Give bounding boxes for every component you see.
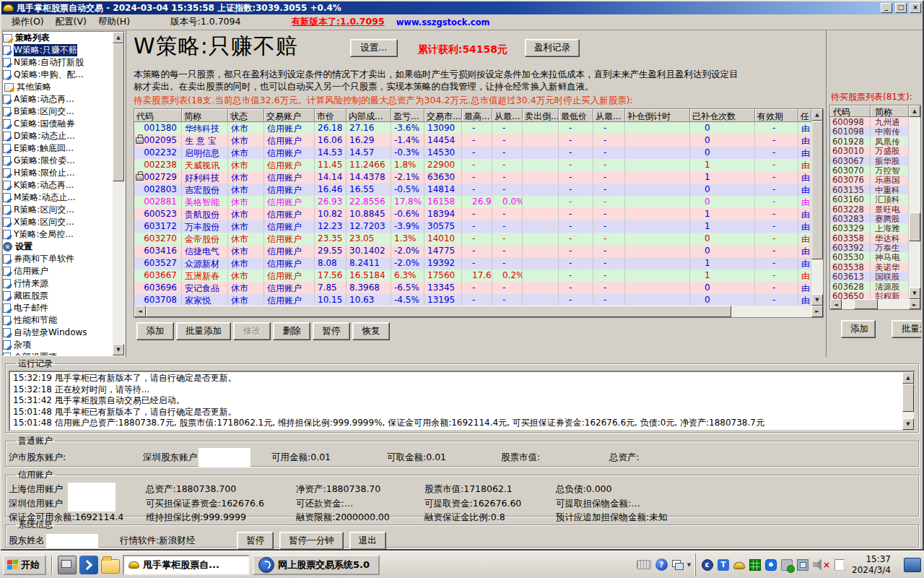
table-row[interactable]: 001380 华纬科技 休市 信用账户 26.18 27.16 -3.6% 13… <box>134 122 811 134</box>
tree-item[interactable]: E策略:触底回... <box>3 142 113 155</box>
scroll-thumb[interactable] <box>146 306 731 317</box>
table-row[interactable]: 603172 万丰股份 休市 信用账户 12.23 12.7203 -3.9% … <box>134 220 811 233</box>
table-row[interactable]: 603527 众源新材 休市 信用账户 8.08 8.2411 -2.0% 19… <box>134 257 811 269</box>
scroll-up-icon[interactable]: ▲ <box>909 105 920 117</box>
list-item[interactable]: 603530 神马电 <box>830 252 909 262</box>
grid-app-tray-icon[interactable] <box>749 559 761 571</box>
column-header[interactable]: 盈亏... <box>391 109 424 122</box>
table-row[interactable]: 603416 信捷电气 休市 信用账户 29.55 30.1402 -2.0% … <box>134 245 811 257</box>
column-header[interactable]: 交易账户 <box>264 109 315 122</box>
remote-access-tray-icon[interactable] <box>765 559 777 571</box>
table-action-button[interactable]: 修改 <box>233 322 271 340</box>
tree-item[interactable]: 性能和节能 <box>3 314 113 327</box>
list-item[interactable]: 603160 汇顶科 <box>830 194 909 204</box>
column-header[interactable]: 代码 <box>134 109 182 122</box>
table-row[interactable]: 002881 美格智能 休市 信用账户 26.93 22.8556 17.8% … <box>134 196 811 208</box>
menu-item[interactable]: 配置(V) <box>50 14 92 30</box>
column-header[interactable]: 任 <box>798 109 811 122</box>
tree-item[interactable]: 券商和下单软件 <box>3 253 113 265</box>
tree-item[interactable]: D策略:动态止... <box>3 130 113 142</box>
pause-one-minute-button[interactable]: 暂停一分钟 <box>279 532 344 550</box>
buy-batch-add-button[interactable]: 批量添加 <box>892 320 921 338</box>
list-item[interactable]: 603067 振华股 <box>830 156 909 165</box>
help-icon[interactable]: ? <box>655 558 668 571</box>
close-icon[interactable]: × <box>910 3 921 13</box>
column-header[interactable]: 市价 <box>315 109 346 122</box>
column-header[interactable]: 从最... <box>593 109 625 122</box>
tree-item[interactable]: 藏匿股票 <box>3 290 113 302</box>
column-header[interactable]: 最低价 <box>559 109 593 122</box>
taskbar-clock[interactable]: 15:37 2024/3/4 <box>852 554 891 576</box>
scroll-down-icon[interactable]: ▼ <box>909 288 920 299</box>
scroll-up-icon[interactable]: ▲ <box>811 109 823 121</box>
list-item[interactable]: 603392 万泰生 <box>830 243 909 252</box>
tree-item[interactable]: 电子邮件 <box>3 302 113 314</box>
list-item[interactable]: 603628 清源股 <box>830 282 909 291</box>
tree-item[interactable]: 自动登录Windows <box>3 327 113 339</box>
menu-item[interactable]: 操作(O) <box>6 14 50 30</box>
table-row[interactable]: 002729 好利科技 休市 信用账户 14.14 14.4378 -2.1% … <box>134 171 811 184</box>
network-tray-icon[interactable] <box>797 559 808 571</box>
scroll-down-icon[interactable]: ▼ <box>113 344 124 355</box>
tree-item[interactable]: 设置 <box>3 241 113 253</box>
buy-vertical-scrollbar[interactable]: ▲ ▼ <box>909 105 920 299</box>
column-header[interactable]: 从最... <box>492 109 523 122</box>
table-action-button[interactable]: 批量添加 <box>176 322 231 340</box>
scroll-thumb[interactable] <box>902 384 914 412</box>
gold-ingot-tray-icon[interactable] <box>733 562 745 569</box>
column-header[interactable]: 交易市... <box>424 109 462 122</box>
show-desktop-icon[interactable] <box>904 558 921 572</box>
scroll-thumb[interactable] <box>113 43 124 181</box>
tree-item[interactable]: 全部设置项 <box>3 351 113 356</box>
scroll-up-icon[interactable]: ▲ <box>113 32 124 43</box>
list-item[interactable]: 603613 国联股 <box>830 272 909 281</box>
column-header[interactable]: 内部成... <box>346 109 391 122</box>
table-row[interactable]: 603667 五洲新春 休市 信用账户 17.56 16.5184 6.3% 1… <box>134 269 811 282</box>
tree-item[interactable]: H策略:限价止... <box>3 167 113 179</box>
chevron-down-icon[interactable]: ▼ <box>687 562 691 568</box>
start-button[interactable]: 开始 <box>3 555 46 575</box>
update-link[interactable]: 有新版本了:1.0.7095 <box>291 16 384 28</box>
exit-button[interactable]: 退出 <box>349 532 386 550</box>
table-row[interactable]: 002232 启明信息 休市 信用账户 14.53 14.57 -0.3% 14… <box>134 147 811 159</box>
table-row[interactable]: 603708 家家悦 休市 信用账户 10.15 10.63 -4.5% 131… <box>134 294 811 306</box>
column-header[interactable]: 有效期 <box>755 109 798 122</box>
tree-item[interactable]: W策略:只赚不赔 <box>3 44 113 56</box>
column-header[interactable]: 最高... <box>462 109 492 122</box>
table-row[interactable]: 603270 金帝股份 休市 信用账户 23.35 23.05 1.3% 140… <box>134 233 811 245</box>
system-tool-icon[interactable] <box>58 556 77 574</box>
table-action-button[interactable]: 暂停 <box>313 322 350 340</box>
column-header[interactable]: 状态 <box>228 109 264 122</box>
list-item[interactable]: 603076 乐惠国 <box>830 175 909 184</box>
tree-item[interactable]: X策略:区间交... <box>3 216 113 228</box>
list-item[interactable]: 603228 景旺电 <box>830 204 909 214</box>
scroll-thumb[interactable] <box>909 212 920 241</box>
folder-icon[interactable] <box>101 559 120 574</box>
list-item[interactable]: 600998 九州通 <box>830 117 909 126</box>
tree-item[interactable]: A策略:动态再... <box>3 93 113 105</box>
tree-item[interactable]: K策略:动态再... <box>3 179 113 191</box>
scroll-left-icon[interactable]: ◄ <box>134 306 146 317</box>
list-item[interactable]: 603070 万控智 <box>830 165 909 175</box>
tree-item[interactable]: C策略:国债融券 <box>3 118 113 130</box>
table-row[interactable]: 002238 天威视讯 休市 信用账户 11.45 11.2466 1.8% 2… <box>134 159 811 171</box>
list-item[interactable]: 601098 中南传 <box>830 126 909 136</box>
scroll-up-icon[interactable]: ▲ <box>902 372 914 384</box>
flag-tray-icon[interactable] <box>834 559 845 571</box>
t-app-tray-icon[interactable]: T <box>718 559 729 571</box>
usb-device-tray-icon[interactable] <box>781 559 793 571</box>
scroll-right-icon[interactable]: ► <box>909 299 920 309</box>
cascade-windows-icon[interactable] <box>672 560 683 569</box>
scroll-thumb[interactable] <box>811 121 823 259</box>
menu-item[interactable]: 帮助(H) <box>92 14 136 30</box>
tree-item[interactable]: M策略:动态止... <box>3 191 113 204</box>
list-item[interactable]: 603358 华达科 <box>830 233 909 243</box>
tree-item[interactable]: 策略列表 <box>3 32 113 44</box>
settings-button[interactable]: 设置... <box>350 39 398 57</box>
scroll-right-icon[interactable]: ► <box>811 306 823 317</box>
tree-item[interactable]: N策略:自动打新股 <box>3 56 113 69</box>
scroll-down-icon[interactable]: ▼ <box>811 294 823 306</box>
table-row[interactable]: 600523 贵航股份 休市 信用账户 10.82 10.8845 -0.6% … <box>134 208 811 220</box>
column-header[interactable]: 简称 <box>182 109 228 122</box>
column-header[interactable]: 卖出倒... <box>523 109 559 122</box>
